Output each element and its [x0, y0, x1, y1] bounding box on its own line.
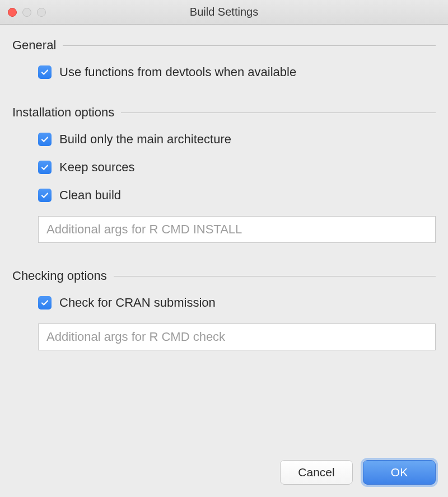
- section-title-general: General: [12, 38, 56, 53]
- checkbox-keep-sources[interactable]: [38, 161, 52, 174]
- maximize-icon[interactable]: [37, 8, 46, 17]
- checkbox-clean-build[interactable]: [38, 189, 52, 202]
- section-header-installation: Installation options: [12, 105, 436, 120]
- divider: [114, 276, 436, 276]
- divider: [63, 45, 436, 46]
- cancel-button[interactable]: Cancel: [280, 460, 353, 485]
- section-title-installation: Installation options: [12, 105, 114, 120]
- checkmark-icon: [40, 68, 49, 77]
- label-build-main-arch: Build only the main architecture: [59, 132, 231, 147]
- checkmark-icon: [40, 191, 49, 200]
- section-title-checking: Checking options: [12, 269, 107, 283]
- section-installation: Installation options Build only the main…: [12, 105, 436, 243]
- checkbox-use-devtools[interactable]: [38, 65, 52, 79]
- minimize-icon[interactable]: [22, 8, 31, 17]
- checkmark-icon: [40, 298, 49, 307]
- install-args-input[interactable]: [38, 216, 436, 243]
- checkbox-check-cran[interactable]: [38, 296, 52, 310]
- dialog-content: General Use functions from devtools when…: [0, 25, 448, 426]
- label-clean-build: Clean build: [59, 188, 121, 203]
- option-keep-sources: Keep sources: [38, 160, 436, 175]
- window-title: Build Settings: [0, 6, 448, 18]
- checkmark-icon: [40, 163, 49, 172]
- checkmark-icon: [40, 135, 49, 144]
- checkbox-build-main-arch[interactable]: [38, 133, 52, 146]
- divider: [121, 112, 436, 113]
- option-check-cran: Check for CRAN submission: [38, 296, 436, 310]
- label-use-devtools: Use functions from devtools when availab…: [59, 65, 296, 79]
- section-header-checking: Checking options: [12, 269, 436, 283]
- titlebar: Build Settings: [0, 0, 448, 25]
- option-use-devtools: Use functions from devtools when availab…: [38, 65, 436, 79]
- section-general: General Use functions from devtools when…: [12, 38, 436, 79]
- label-keep-sources: Keep sources: [59, 160, 135, 175]
- section-header-general: General: [12, 38, 436, 53]
- ok-button[interactable]: OK: [363, 460, 436, 485]
- label-check-cran: Check for CRAN submission: [59, 296, 216, 310]
- section-checking: Checking options Check for CRAN submissi…: [12, 269, 436, 350]
- check-args-input[interactable]: [38, 323, 436, 350]
- button-bar: Cancel OK: [280, 460, 436, 485]
- option-build-main-arch: Build only the main architecture: [38, 132, 436, 147]
- close-icon[interactable]: [8, 8, 17, 17]
- option-clean-build: Clean build: [38, 188, 436, 203]
- window-controls: [8, 8, 46, 17]
